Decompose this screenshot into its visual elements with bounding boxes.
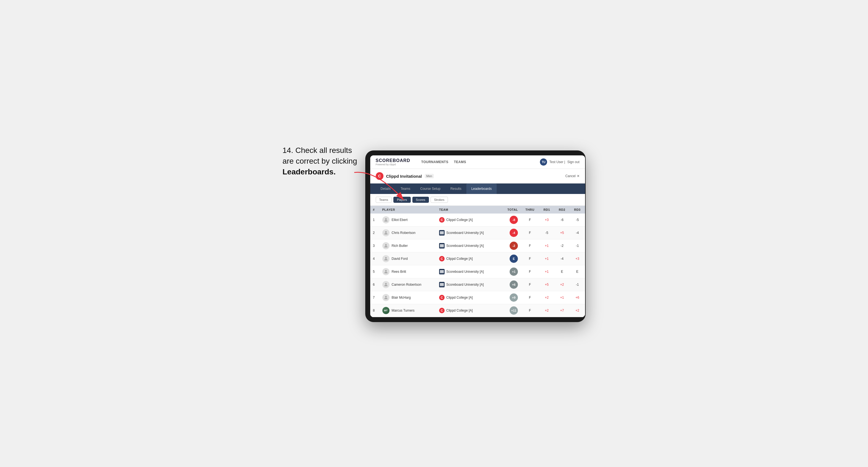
cell-team: CClippd College [A] [436, 304, 500, 317]
cell-total: -4 [500, 226, 521, 240]
cell-rank: 2 [370, 226, 380, 240]
player-avatar [382, 216, 390, 223]
team-name: Scoreboard University [A] [446, 283, 484, 286]
filter-strokes[interactable]: Strokes [431, 197, 448, 203]
team-logo: C [439, 295, 444, 300]
instruction-line2: are correct by clicking [283, 157, 357, 165]
cell-thru: F [521, 252, 539, 265]
nav-teams[interactable]: TEAMS [454, 159, 466, 165]
player-name: David Ford [392, 257, 408, 261]
tab-results[interactable]: Results [445, 184, 466, 194]
filter-teams[interactable]: Teams [376, 197, 392, 203]
team-name: Scoreboard University [A] [446, 270, 484, 274]
player-avatar: MT [382, 307, 390, 314]
cell-player: Rees Britt [380, 265, 437, 278]
team-logo [439, 282, 444, 287]
table-row: 8MTMarcus TurnersCClippd College [A]+11F… [370, 304, 585, 317]
sign-out-link[interactable]: Sign out [567, 160, 579, 164]
cell-rd3: E [570, 265, 585, 278]
tournament-title-area: C Clippd Invitational Men [376, 172, 434, 180]
player-name: Blair McHarg [392, 295, 411, 300]
cell-total: +9 [500, 291, 521, 304]
cell-rd2: -6 [555, 214, 570, 226]
col-player: PLAYER [380, 206, 437, 214]
team-logo [439, 230, 444, 236]
tab-teams[interactable]: Teams [396, 184, 415, 194]
clippd-logo-circle: C [376, 172, 383, 180]
cell-team: Scoreboard University [A] [436, 240, 500, 252]
cell-total: -8 [500, 214, 521, 226]
table-row: 2Chris RobertsonScoreboard University [A… [370, 226, 585, 240]
team-logo: C [439, 256, 444, 261]
filter-players[interactable]: Players [393, 197, 411, 203]
cell-rd3: -4 [570, 226, 585, 240]
col-rd2: RD2 [555, 206, 570, 214]
player-name: Rees Britt [392, 270, 406, 274]
player-avatar [382, 268, 390, 275]
cell-player: Elliot Ebert [380, 214, 437, 226]
cell-thru: F [521, 291, 539, 304]
tournament-badge: Men [425, 174, 434, 178]
filter-scores[interactable]: Scores [412, 197, 429, 203]
cell-thru: F [521, 265, 539, 278]
user-avatar: TU [540, 158, 547, 165]
player-avatar [382, 229, 390, 237]
cell-player: Rich Butler [380, 240, 437, 252]
tab-bar: Details Teams Course Setup Results Leade… [370, 184, 585, 194]
table-row: 4David FordCClippd College [A]EF+1-4+3 [370, 252, 585, 265]
cell-rd2: +2 [555, 278, 570, 291]
player-avatar [382, 281, 390, 288]
logo-sub: Powered by clippd [376, 163, 410, 166]
cell-rd2: -4 [555, 252, 570, 265]
team-logo: C [439, 217, 444, 223]
nav-tournaments[interactable]: TOURNAMENTS [421, 159, 448, 165]
col-rd1: RD1 [539, 206, 554, 214]
close-icon: ✕ [577, 174, 580, 178]
cell-player: David Ford [380, 252, 437, 265]
col-rank: # [370, 206, 380, 214]
cell-total: +1 [500, 265, 521, 278]
player-avatar [382, 294, 390, 301]
cell-rd1: +2 [539, 291, 554, 304]
cell-thru: F [521, 226, 539, 240]
cell-player: Blair McHarg [380, 291, 437, 304]
user-name: Test User | [549, 160, 565, 164]
cell-rd1: -5 [539, 226, 554, 240]
tab-leaderboards[interactable]: Leaderboards [466, 184, 497, 194]
cell-rank: 5 [370, 265, 380, 278]
cell-rd1: +1 [539, 240, 554, 252]
cell-thru: F [521, 304, 539, 317]
outer-container: 14. Check all results are correct by cli… [283, 145, 586, 322]
cell-rd1: +5 [539, 278, 554, 291]
tab-course-setup[interactable]: Course Setup [415, 184, 445, 194]
leaderboard-table: # PLAYER TEAM TOTAL THRU RD1 RD2 RD3 1El… [370, 206, 585, 317]
cell-total: E [500, 252, 521, 265]
step-number: 14. [283, 146, 293, 155]
cell-team: Scoreboard University [A] [436, 265, 500, 278]
table-row: 5Rees BrittScoreboard University [A]+1F+… [370, 265, 585, 278]
logo-text: SCOREBOARD [376, 158, 410, 163]
cancel-button[interactable]: Cancel ✕ [565, 174, 579, 178]
cell-rank: 8 [370, 304, 380, 317]
svg-rect-4 [440, 232, 444, 234]
svg-point-2 [385, 231, 387, 233]
cell-rd1: +1 [539, 265, 554, 278]
tab-details[interactable]: Details [376, 184, 396, 194]
nav-right: TU Test User | Sign out [540, 158, 579, 165]
svg-rect-17 [440, 284, 444, 285]
team-logo: C [439, 308, 444, 313]
cell-player: MTMarcus Turners [380, 304, 437, 317]
col-thru: THRU [521, 206, 539, 214]
player-name: Chris Robertson [392, 231, 416, 235]
col-team: TEAM [436, 206, 500, 214]
svg-rect-12 [440, 270, 444, 271]
svg-rect-3 [440, 231, 444, 232]
cell-rank: 3 [370, 240, 380, 252]
cell-rd2: -2 [555, 240, 570, 252]
player-name: Elliot Ebert [392, 218, 408, 222]
instruction-bold: Leaderboards. [283, 167, 336, 176]
table-header-row: # PLAYER TEAM TOTAL THRU RD1 RD2 RD3 [370, 206, 585, 214]
player-name: Cameron Robertson [392, 283, 422, 286]
cell-rd2: E [555, 265, 570, 278]
cell-total: +6 [500, 278, 521, 291]
